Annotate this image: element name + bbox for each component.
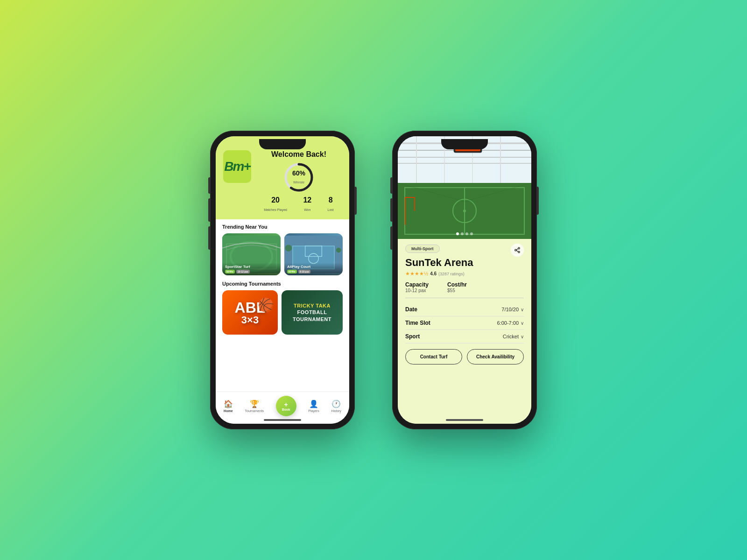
turf-card-overlay-1: SportStar Turf 50₹/hr 10-12 pax xyxy=(222,263,281,275)
turf-badges-1: 50₹/hr 10-12 pax xyxy=(225,270,278,273)
dot-3 xyxy=(465,232,468,235)
dot-1 xyxy=(456,232,459,235)
capacity-value: 10-12 pax xyxy=(405,288,429,293)
winrate-circle: 60% Winrate xyxy=(282,161,316,194)
badge-capacity-1: 10-12 pax xyxy=(236,270,250,273)
stat-won-label: Won xyxy=(304,208,310,211)
nav-players[interactable]: 👤 Players xyxy=(308,399,319,413)
venue-image: SCORE xyxy=(398,136,531,239)
date-chevron-icon: ∨ xyxy=(521,307,524,312)
stat-matches-label: Matches Played xyxy=(264,208,287,211)
venue-image-inner: SCORE xyxy=(398,136,531,239)
stat-lost-num: 8 xyxy=(328,196,334,204)
turf-card-sportstar[interactable]: SportStar Turf 50₹/hr 10-12 pax xyxy=(222,233,281,275)
svg-point-10 xyxy=(336,248,341,253)
nav-tournaments-label: Tournaments xyxy=(245,409,264,413)
stat-lost: 8 Lost xyxy=(328,196,334,213)
rating-num: 4.6 xyxy=(430,271,437,276)
dot-4 xyxy=(470,232,473,235)
taka-line1: TRICKY TAKA xyxy=(293,302,331,309)
svg-rect-30 xyxy=(405,197,414,198)
silent-button-2 xyxy=(390,177,392,194)
share-button[interactable] xyxy=(511,244,524,257)
booking-row-timeslot: Time Slot 6:00-7:00 ∨ xyxy=(405,316,524,330)
capacity-item: Capacity 10-12 pax xyxy=(405,281,429,293)
svg-point-9 xyxy=(285,245,292,251)
turf-badges-2: 65₹/hr 8-10 pax xyxy=(287,270,340,273)
stars-display: ★★★★½ xyxy=(405,271,428,277)
svg-rect-22 xyxy=(455,142,480,151)
badge-price-1: 50₹/hr xyxy=(225,270,235,273)
phone2-body: Multi-Sport SunTek Arena ★★★★½ 4.6 (3287… xyxy=(398,239,531,424)
phone1-body: Trending Near You xyxy=(216,219,349,392)
stat-matches-num: 20 xyxy=(264,196,287,204)
phone-1-screen: Bm+ Welcome Back! 60% Winrate xyxy=(216,136,349,424)
nav-book[interactable]: + Book xyxy=(276,396,296,416)
phone1-nav: 🏠 Home 🏆 Tournaments + Book 👤 Players 🕐 xyxy=(216,392,349,424)
winrate-pct: 60% xyxy=(292,169,305,177)
image-dots xyxy=(456,232,473,235)
svg-rect-29 xyxy=(405,197,406,225)
basketball-icon: 🏀 xyxy=(258,297,274,313)
stats-row: 20 Matches Played 12 Won 8 Lost xyxy=(256,196,342,213)
welcome-box: Welcome Back! 60% Winrate 20 xyxy=(256,150,342,213)
winrate-text: 60% Winrate xyxy=(292,169,305,185)
book-plus-icon: + xyxy=(284,401,288,408)
nav-tournaments[interactable]: 🏆 Tournaments xyxy=(245,399,264,413)
stat-won-num: 12 xyxy=(303,196,311,204)
sport-value: Cricket xyxy=(503,334,519,339)
svg-text:SCORE: SCORE xyxy=(461,145,475,149)
contact-turf-button[interactable]: Contact Turf xyxy=(405,349,462,364)
phones-container: Bm+ Welcome Back! 60% Winrate xyxy=(210,131,537,429)
booking-row-sport: Sport Cricket ∨ xyxy=(405,330,524,343)
nav-book-label: Book xyxy=(282,408,290,411)
history-icon: 🕐 xyxy=(331,399,341,408)
phone-1: Bm+ Welcome Back! 60% Winrate xyxy=(210,131,355,429)
venue-tag: Multi-Sport xyxy=(405,245,440,253)
phone-2-screen: SCORE xyxy=(398,136,531,424)
stat-lost-label: Lost xyxy=(328,208,334,211)
svg-point-28 xyxy=(463,210,466,212)
svg-line-38 xyxy=(516,249,518,250)
tournament-card-abl[interactable]: ABL 3×3 🏀 xyxy=(222,290,278,335)
volume-down-button xyxy=(208,226,210,250)
players-icon: 👤 xyxy=(309,399,318,408)
home-icon: 🏠 xyxy=(224,399,233,408)
date-field-label: Date xyxy=(405,306,417,313)
cost-item: Cost/hr $55 xyxy=(447,281,467,293)
phone1-header: Bm+ Welcome Back! 60% Winrate xyxy=(216,136,349,219)
sport-chevron-icon: ∨ xyxy=(521,334,524,339)
trending-grid: SportStar Turf 50₹/hr 10-12 pax xyxy=(222,233,343,275)
turf-card-overlay-2: AllPlay Court 65₹/hr 8-10 pax xyxy=(284,263,343,275)
silent-button xyxy=(208,177,210,194)
svg-rect-31 xyxy=(414,197,415,211)
sport-selector[interactable]: Cricket ∨ xyxy=(503,334,524,339)
taka-content: TRICKY TAKA FOOTBALL TOURNAMENT xyxy=(293,302,331,322)
cost-value: $55 xyxy=(447,288,467,293)
date-value: 7/10/20 xyxy=(501,307,519,312)
winrate-label: Winrate xyxy=(293,181,304,184)
phone-2: SCORE xyxy=(392,131,537,429)
date-selector[interactable]: 7/10/20 ∨ xyxy=(501,307,524,312)
check-availability-button[interactable]: Check Availibility xyxy=(467,349,524,364)
timeslot-chevron-icon: ∨ xyxy=(521,321,524,326)
logo: Bm+ xyxy=(223,150,251,183)
volume-up-button xyxy=(208,198,210,222)
welcome-title: Welcome Back! xyxy=(256,150,342,159)
timeslot-field-label: Time Slot xyxy=(405,320,430,326)
badge-price-2: 65₹/hr xyxy=(287,270,297,273)
timeslot-selector[interactable]: 6:00-7:00 ∨ xyxy=(497,320,524,326)
stars-row: ★★★★½ 4.6 (3287 ratings) xyxy=(405,271,524,277)
tournament-card-taka[interactable]: TRICKY TAKA FOOTBALL TOURNAMENT xyxy=(282,290,343,335)
booking-row-date: Date 7/10/20 ∨ xyxy=(405,303,524,316)
stat-won: 12 Won xyxy=(303,196,311,213)
nav-home[interactable]: 🏠 Home xyxy=(224,399,233,413)
action-buttons: Contact Turf Check Availibility xyxy=(405,349,524,364)
nav-history[interactable]: 🕐 History xyxy=(331,399,341,413)
power-button-2 xyxy=(537,187,539,215)
taka-line2: FOOTBALL xyxy=(293,309,331,315)
sport-field-label: Sport xyxy=(405,333,420,340)
turf-card-allplay[interactable]: AllPlay Court 65₹/hr 8-10 pax xyxy=(284,233,343,275)
dot-2 xyxy=(461,232,464,235)
nav-history-label: History xyxy=(331,409,341,413)
